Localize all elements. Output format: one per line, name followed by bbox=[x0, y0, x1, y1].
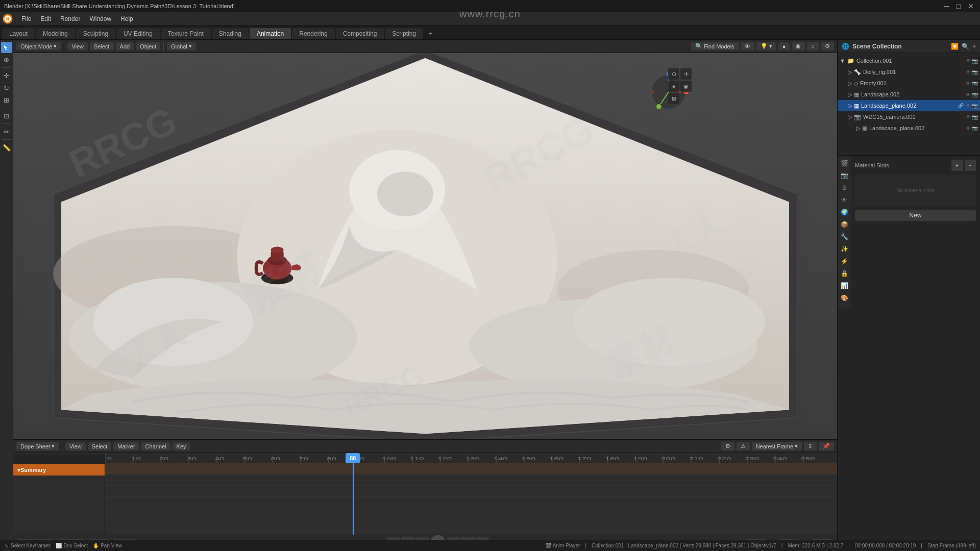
viewport-xray-btn[interactable]: ⊠ bbox=[668, 93, 679, 104]
item-render-0[interactable]: 📷 bbox=[972, 58, 978, 64]
outliner-title: Scene Collection bbox=[852, 43, 902, 50]
tab-sculpting[interactable]: Sculpting bbox=[76, 28, 115, 39]
tab-compositing[interactable]: Compositing bbox=[336, 28, 384, 39]
shading-material[interactable]: ◉ bbox=[792, 42, 805, 51]
viewport-options[interactable]: ⚙ bbox=[821, 42, 834, 51]
tool-rotate[interactable]: ↻ bbox=[1, 82, 12, 93]
tool-annotate[interactable]: ✏ bbox=[1, 126, 12, 137]
tool-cursor[interactable]: ⊕ bbox=[1, 54, 12, 65]
mode-selector[interactable]: Object Mode ▾ bbox=[16, 42, 61, 51]
item-render-6[interactable]: 📷 bbox=[972, 126, 978, 131]
minimize-btn[interactable]: ─ bbox=[942, 2, 951, 10]
menu-file[interactable]: File bbox=[17, 14, 35, 23]
maximize-btn[interactable]: □ bbox=[954, 2, 963, 10]
props-add-slot-btn[interactable]: + bbox=[951, 160, 963, 171]
tab-texture-paint[interactable]: Texture Paint bbox=[161, 28, 211, 39]
prop-modifier-icon[interactable]: 🔧 bbox=[839, 231, 850, 242]
object-menu[interactable]: Object bbox=[136, 42, 160, 51]
dope-marker-menu[interactable]: Marker bbox=[113, 442, 139, 450]
outliner-item-1[interactable]: ▷ 🦴 Dolly_rig.001 👁 📷 bbox=[838, 66, 980, 78]
prop-material-icon[interactable]: 🎨 bbox=[839, 292, 850, 304]
outliner-item-2[interactable]: ▷ ◇ Empty.001 👁 📷 bbox=[838, 78, 980, 89]
prop-world-icon[interactable]: 🌍 bbox=[839, 207, 850, 218]
prop-data-icon[interactable]: 📊 bbox=[839, 280, 850, 291]
item-render-2[interactable]: 📷 bbox=[972, 81, 978, 86]
tool-select[interactable] bbox=[1, 42, 12, 53]
dope-filter-dropdown[interactable]: Nearest Frame ▾ bbox=[752, 442, 802, 450]
prop-constraints-icon[interactable]: 🔒 bbox=[839, 268, 850, 279]
item-render-5[interactable]: 📷 bbox=[972, 114, 978, 120]
item-render-3[interactable]: 📷 bbox=[972, 92, 978, 97]
tab-rendering[interactable]: Rendering bbox=[292, 28, 334, 39]
viewport-overlay-btn[interactable]: ⊙ bbox=[668, 68, 679, 80]
menu-help[interactable]: Help bbox=[116, 14, 137, 23]
outliner-item-5[interactable]: ▷ 📷 WDC15_camera.001 👁 📷 bbox=[838, 111, 980, 122]
tab-layout[interactable]: Layout bbox=[2, 28, 35, 39]
prop-object-icon[interactable]: 📦 bbox=[839, 219, 850, 230]
prop-particles-icon[interactable]: ✨ bbox=[839, 243, 850, 255]
overlay-toggle[interactable]: 👁 bbox=[741, 42, 754, 51]
prop-render-icon[interactable]: 📷 bbox=[839, 170, 850, 181]
global-selector[interactable]: Global ▾ bbox=[167, 42, 196, 51]
dope-select-menu[interactable]: Select bbox=[88, 442, 112, 450]
item-render-4[interactable]: 📷 bbox=[972, 103, 978, 109]
tab-shading[interactable]: Shading bbox=[212, 28, 249, 39]
window-title: Blender [X:\SkillShare\Skill Share Under… bbox=[4, 3, 235, 9]
find-models[interactable]: 🔍 Find Models bbox=[691, 42, 739, 51]
tab-animation[interactable]: Animation bbox=[250, 28, 291, 39]
menu-window[interactable]: Window bbox=[85, 14, 115, 23]
outliner-add-btn[interactable]: + bbox=[972, 43, 976, 50]
dope-view-menu[interactable]: View bbox=[65, 442, 86, 450]
view-menu[interactable]: View bbox=[67, 42, 88, 51]
outliner-filter-btn[interactable]: 🔽 bbox=[951, 43, 959, 50]
dope-warn-btn[interactable]: ⚠ bbox=[737, 442, 750, 450]
tab-modeling[interactable]: Modeling bbox=[36, 28, 75, 39]
viewport-canvas[interactable]: RRCG 素材 RRCG 素材 人人 人人 RRCG X bbox=[13, 53, 837, 439]
tool-measure[interactable]: 📏 bbox=[1, 142, 12, 153]
outliner-search-btn[interactable]: 🔍 bbox=[962, 43, 969, 50]
menu-edit[interactable]: Edit bbox=[36, 14, 55, 23]
viewport-rendered-btn[interactable]: ◉ bbox=[680, 81, 692, 92]
close-btn[interactable]: ✕ bbox=[966, 2, 976, 10]
dope-pin-btn[interactable]: 📌 bbox=[819, 442, 834, 450]
props-remove-slot-btn[interactable]: − bbox=[965, 160, 976, 171]
dope-filter-btn[interactable]: ⚙ bbox=[721, 442, 734, 450]
item-eye-3[interactable]: 👁 bbox=[966, 92, 971, 97]
outliner-item-3[interactable]: ▷ ▦ Landscape.002 👁 📷 bbox=[838, 89, 980, 100]
prop-physics-icon[interactable]: ⚡ bbox=[839, 256, 850, 267]
viewport-solid-btn[interactable]: ● bbox=[668, 81, 679, 92]
tab-scripting[interactable]: Scripting bbox=[385, 28, 423, 39]
dope-normalize-btn[interactable]: ⇕ bbox=[804, 442, 817, 450]
outliner-item-4[interactable]: ▷ ▦ Landscape_plane.002 🔗 👁 📷 bbox=[838, 100, 980, 111]
item-eye-6[interactable]: 👁 bbox=[966, 126, 971, 131]
tool-transform[interactable]: ⊡ bbox=[1, 110, 12, 121]
prop-output-icon[interactable]: 🖥 bbox=[839, 182, 850, 193]
tool-scale[interactable]: ⊞ bbox=[1, 94, 12, 106]
menu-render[interactable]: Render bbox=[56, 14, 84, 23]
new-material-btn[interactable]: New bbox=[855, 210, 976, 221]
prop-scene-icon[interactable]: 🎬 bbox=[839, 158, 850, 169]
dope-key-menu[interactable]: Key bbox=[173, 442, 190, 450]
channel-summary[interactable]: ▾ Summary bbox=[13, 464, 105, 475]
timeline-tracks[interactable]: 88 bbox=[105, 453, 837, 535]
dope-sheet-selector[interactable]: Dope Sheet ▾ bbox=[16, 442, 59, 450]
tool-move[interactable]: ✛ bbox=[1, 70, 12, 81]
item-eye-0[interactable]: 👁 bbox=[966, 58, 971, 64]
add-menu[interactable]: Add bbox=[116, 42, 134, 51]
prop-view-icon[interactable]: 👁 bbox=[839, 194, 850, 206]
outliner-item-0[interactable]: ▼ 📁 Collection.001 👁 📷 bbox=[838, 55, 980, 66]
item-render-1[interactable]: 📷 bbox=[972, 69, 978, 75]
select-menu[interactable]: Select bbox=[90, 42, 114, 51]
shading-selector[interactable]: 💡 ▾ bbox=[756, 42, 776, 51]
shading-rendered[interactable]: ○ bbox=[807, 42, 819, 51]
tab-uv-editing[interactable]: UV Editing bbox=[116, 28, 160, 39]
dope-channel-menu[interactable]: Channel bbox=[141, 442, 170, 450]
outliner-item-6[interactable]: ▷ ▦ Landscape_plane.002 👁 📷 bbox=[838, 122, 980, 134]
item-eye-1[interactable]: 👁 bbox=[966, 69, 971, 75]
item-eye-4[interactable]: 👁 bbox=[966, 103, 971, 109]
shading-solid[interactable]: ● bbox=[778, 42, 790, 51]
viewport-gizmo-btn[interactable]: ✛ bbox=[680, 68, 692, 80]
item-eye-5[interactable]: 👁 bbox=[966, 114, 971, 120]
tab-add-button[interactable]: + bbox=[424, 27, 436, 39]
item-eye-2[interactable]: 👁 bbox=[966, 81, 971, 86]
